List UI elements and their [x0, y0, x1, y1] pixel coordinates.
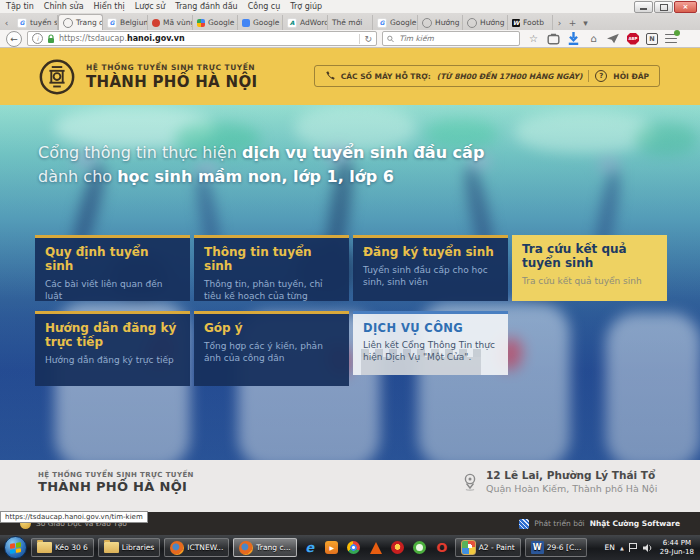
- minimize-button[interactable]: [634, 1, 653, 13]
- menu-help[interactable]: Trợ giúp: [290, 2, 322, 11]
- scroll-tabs-left-button[interactable]: ‹: [0, 15, 13, 30]
- tab-tuyen-sinh[interactable]: Gtuyển sinh: [13, 15, 58, 30]
- taskbar-opera[interactable]: O: [433, 539, 451, 557]
- google-favicon: G: [107, 18, 117, 28]
- menu-hamburger-icon[interactable]: [665, 34, 677, 44]
- taskbar-label: Libraries: [122, 543, 154, 552]
- card-subtitle: Hướng dẫn đăng ký trực tiếp: [45, 354, 180, 366]
- tab-huong-dan-2[interactable]: Hướng dẫ: [463, 15, 508, 30]
- menu-history[interactable]: Lược sử: [135, 2, 166, 11]
- developer-credit[interactable]: Phát triển bởi Nhật Cường Software: [519, 519, 680, 529]
- taskbar-vlc[interactable]: [367, 539, 385, 557]
- bookmark-star-icon[interactable]: ☆: [527, 32, 540, 45]
- taskbar-label: Trang c...: [256, 543, 290, 552]
- tab-google-xu[interactable]: Google Xu: [193, 15, 238, 30]
- hero-section: Cổng thông tin thực hiện dịch vụ tuyển s…: [0, 105, 700, 460]
- faq-link[interactable]: HỎI ĐÁP: [613, 72, 649, 81]
- adblock-icon[interactable]: ABP: [627, 33, 639, 45]
- card-title: Hướng dẫn đăng ký trực tiếp: [45, 322, 180, 350]
- url-bar[interactable]: i https://tsdaucap.hanoi.gov.vn ↻: [27, 31, 377, 46]
- reload-button[interactable]: ↻: [359, 34, 372, 44]
- back-icon: ←: [10, 34, 18, 44]
- taskbar-red-app[interactable]: [389, 539, 407, 557]
- card-thong-tin[interactable]: Thông tin tuyển sinh Thông tin, phân tuy…: [194, 235, 349, 301]
- location-pin-icon: [462, 472, 478, 492]
- windows-taskbar: Kéo 30 6 Libraries ICTNEW... Trang c... …: [0, 535, 700, 560]
- google-favicon: G: [17, 18, 27, 28]
- tab-adwords[interactable]: AAdWords: [283, 15, 328, 30]
- site-info-icon[interactable]: i: [32, 33, 43, 44]
- taskbar-word[interactable]: W29-6 [C...: [525, 538, 588, 557]
- tab-new[interactable]: Thẻ mới: [328, 15, 373, 30]
- tab-label: Hướng dẫ: [435, 18, 463, 27]
- tab-google-tin[interactable]: GGoogle Ti: [373, 15, 418, 30]
- taskbar-folder-keo306[interactable]: Kéo 30 6: [31, 538, 94, 557]
- action-center-flag-icon[interactable]: [629, 543, 638, 552]
- home-icon[interactable]: ⌂: [587, 32, 600, 45]
- card-quy-dinh[interactable]: Quy định tuyển sinh Các bài viết liên qu…: [35, 235, 190, 301]
- tab-huong-dan-1[interactable]: Hướng dẫ: [418, 15, 463, 30]
- search-box[interactable]: [382, 31, 520, 46]
- tab-footb[interactable]: WFootb: [508, 15, 553, 30]
- card-title: DỊCH VỤ CÔNG: [363, 322, 498, 335]
- url-domain: hanoi.gov.vn: [127, 34, 185, 43]
- tab-google-dich[interactable]: Google Di: [238, 15, 283, 30]
- footer-brand-line1: HỆ THỐNG TUYỂN SINH TRỰC TUYẾN: [38, 471, 194, 479]
- taskbar-clock[interactable]: 6:44 PM 29-Jun-18: [658, 539, 696, 557]
- n-extension-icon[interactable]: N: [646, 33, 658, 45]
- site-brand[interactable]: HỆ THỐNG TUYỂN SINH TRỰC TUYẾN THÀNH PHỐ…: [86, 63, 257, 91]
- footer-address-line1: 12 Lê Lai, Phường Lý Thái Tổ: [486, 469, 657, 481]
- footer-address-line2: Quận Hoàn Kiếm, Thành phố Hà Nội: [486, 483, 657, 494]
- tab-label: Google Ti: [390, 18, 418, 27]
- new-tab-button[interactable]: +: [566, 15, 579, 30]
- card-tra-cuu[interactable]: Tra cứu kết quả tuyển sinh Tra cứu kết q…: [512, 235, 667, 301]
- card-subtitle: Các bài viết liên quan đến luật: [45, 278, 180, 301]
- menu-bookmarks[interactable]: Trang đánh dấu: [175, 2, 237, 11]
- taskbar-chrome[interactable]: [345, 539, 363, 557]
- taskbar-coccoc[interactable]: [411, 539, 429, 557]
- maximize-button[interactable]: [654, 1, 673, 13]
- menu-file[interactable]: Tập tin: [6, 2, 34, 11]
- scroll-tabs-right-button[interactable]: ›: [553, 15, 566, 30]
- menu-tools[interactable]: Công cụ: [248, 2, 281, 11]
- firefox-icon: [170, 541, 184, 555]
- card-gop-y[interactable]: Góp ý Tổng hợp các ý kiến, phản ánh của …: [194, 311, 349, 386]
- word-icon: W: [531, 541, 544, 554]
- taskbar-firefox-trangchu[interactable]: Trang c...: [233, 538, 296, 557]
- volume-icon[interactable]: [643, 543, 653, 553]
- card-dich-vu-cong[interactable]: DỊCH VỤ CÔNG Liên kết Cổng Thông Tin thự…: [353, 311, 508, 375]
- download-icon[interactable]: [567, 32, 580, 45]
- paint-icon: [461, 540, 476, 555]
- tray-expand-icon[interactable]: ▲: [620, 545, 624, 551]
- red-dot-favicon: [152, 19, 160, 27]
- firefox-icon: [239, 541, 253, 555]
- search-icon: [387, 35, 394, 43]
- back-button[interactable]: ←: [6, 31, 22, 47]
- start-button[interactable]: [4, 536, 27, 559]
- card-dang-ky[interactable]: Đăng ký tuyển sinh Tuyển sinh đầu cấp ch…: [353, 235, 508, 301]
- taskbar-libraries[interactable]: Libraries: [98, 538, 160, 557]
- close-button[interactable]: ×: [674, 1, 697, 13]
- divider: [588, 70, 589, 82]
- menu-edit[interactable]: Chỉnh sửa: [44, 2, 84, 11]
- chrome-icon: [347, 541, 360, 554]
- card-huong-dan[interactable]: Hướng dẫn đăng ký trực tiếp Hướng dẫn đă…: [35, 311, 190, 386]
- taskbar-media-player[interactable]: ▶: [323, 539, 341, 557]
- card-title: Góp ý: [204, 322, 339, 336]
- taskbar-paint[interactable]: A2 - Paint: [455, 538, 521, 557]
- send-icon[interactable]: [607, 32, 620, 45]
- search-input[interactable]: [397, 33, 515, 44]
- tab-trang-chu-active[interactable]: Trang c×: [58, 14, 103, 30]
- minimize-icon: [640, 8, 647, 10]
- taskbar-ie[interactable]: e: [301, 539, 319, 557]
- menu-view[interactable]: Hiển thị: [94, 2, 125, 11]
- tab-list-dropdown-button[interactable]: ▾: [579, 15, 592, 30]
- site-header: HỆ THỐNG TUYỂN SINH TRỰC TUYẾN THÀNH PHỐ…: [0, 48, 700, 105]
- card-subtitle: Tuyển sinh đầu cấp cho học sinh, sinh vi…: [363, 264, 498, 288]
- tab-belgium[interactable]: GBelgium F: [103, 15, 148, 30]
- taskbar-firefox-ictnews[interactable]: ICTNEW...: [164, 538, 229, 557]
- pocket-icon[interactable]: [547, 32, 560, 45]
- tab-ma-vung[interactable]: Mã vùng đ: [148, 15, 193, 30]
- taskbar-label: 29-6 [C...: [547, 543, 582, 552]
- language-indicator[interactable]: EN: [605, 543, 615, 552]
